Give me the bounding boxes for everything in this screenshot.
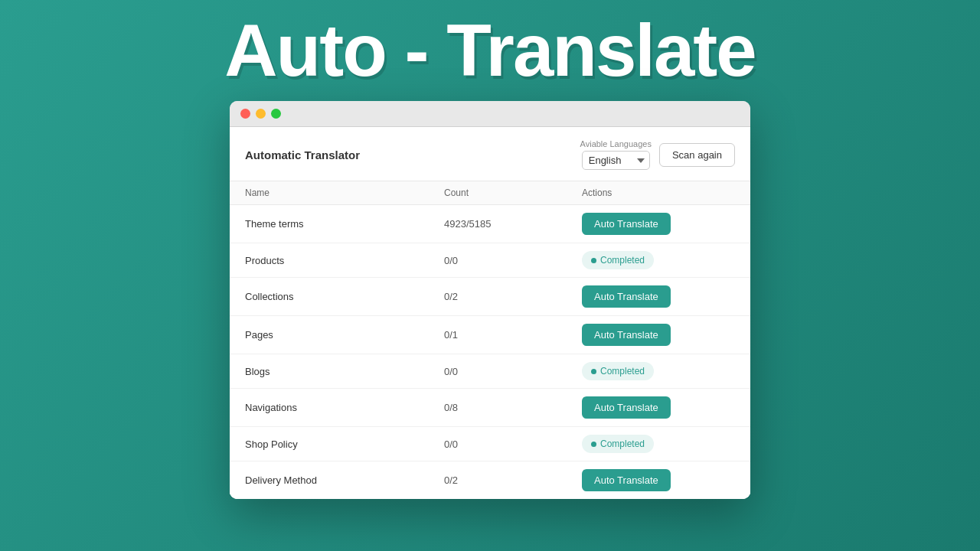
row-count: 0/1 [444,329,582,341]
auto-translate-button[interactable]: Auto Translate [582,324,671,346]
language-label: Aviable Languages [580,139,652,148]
completed-badge: Completed [582,435,654,453]
language-select[interactable]: English Spanish French German Japanese C… [582,151,650,170]
row-count: 4923/5185 [444,218,582,230]
row-name: Theme terms [245,218,444,230]
table-row: Collections 0/2 Auto Translate [230,278,750,316]
window-content: Automatic Translator Aviable Languages E… [230,127,750,499]
col-header-name: Name [245,187,444,198]
col-header-actions: Actions [582,187,735,198]
auto-translate-button[interactable]: Auto Translate [582,213,671,235]
row-count: 0/8 [444,402,582,413]
table-row: Products 0/0 Completed [230,243,750,278]
table-row: Shop Policy 0/0 Completed [230,427,750,461]
language-select-wrapper: Aviable Languages English Spanish French… [580,139,652,170]
badge-dot-icon [591,369,596,374]
table-row: Delivery Method 0/2 Auto Translate [230,461,750,499]
auto-translate-button[interactable]: Auto Translate [582,285,671,308]
row-action: Completed [582,362,735,380]
badge-label: Completed [600,255,645,266]
completed-badge: Completed [582,251,654,269]
app-window: Automatic Translator Aviable Languages E… [230,101,750,499]
badge-label: Completed [600,439,645,449]
row-name: Pages [245,329,444,341]
auto-translate-button[interactable]: Auto Translate [582,396,671,419]
completed-badge: Completed [582,362,654,380]
row-action: Auto Translate [582,324,735,346]
badge-dot-icon [591,442,596,447]
minimize-button[interactable] [256,109,266,119]
app-header: Automatic Translator Aviable Languages E… [230,127,750,181]
row-action: Completed [582,251,735,269]
row-count: 0/0 [444,255,582,266]
table-row: Theme terms 4923/5185 Auto Translate [230,205,750,243]
row-name: Products [245,255,444,266]
table-header: Name Count Actions [230,181,750,205]
col-header-count: Count [444,187,582,198]
table-row: Pages 0/1 Auto Translate [230,316,750,354]
row-count: 0/0 [444,439,582,450]
close-button[interactable] [240,109,250,119]
table-row: Navigations 0/8 Auto Translate [230,389,750,427]
auto-translate-button[interactable]: Auto Translate [582,469,671,491]
page-title: Auto - Translate [224,14,755,87]
row-action: Auto Translate [582,285,735,308]
row-count: 0/0 [444,366,582,377]
row-name: Delivery Method [245,474,444,486]
maximize-button[interactable] [271,109,281,119]
header-right: Aviable Languages English Spanish French… [580,139,735,170]
table-row: Blogs 0/0 Completed [230,354,750,389]
row-action: Auto Translate [582,469,735,491]
row-action: Auto Translate [582,213,735,235]
row-name: Blogs [245,366,444,377]
row-action: Completed [582,435,735,453]
row-action: Auto Translate [582,396,735,419]
row-name: Collections [245,291,444,302]
data-table: Name Count Actions Theme terms 4923/5185… [230,181,750,499]
window-titlebar [230,101,750,127]
row-name: Shop Policy [245,439,444,450]
scan-again-button[interactable]: Scan again [659,143,735,167]
row-name: Navigations [245,402,444,413]
badge-label: Completed [600,366,645,377]
row-count: 0/2 [444,474,582,486]
app-title: Automatic Translator [245,148,360,161]
row-count: 0/2 [444,291,582,302]
badge-dot-icon [591,258,596,263]
